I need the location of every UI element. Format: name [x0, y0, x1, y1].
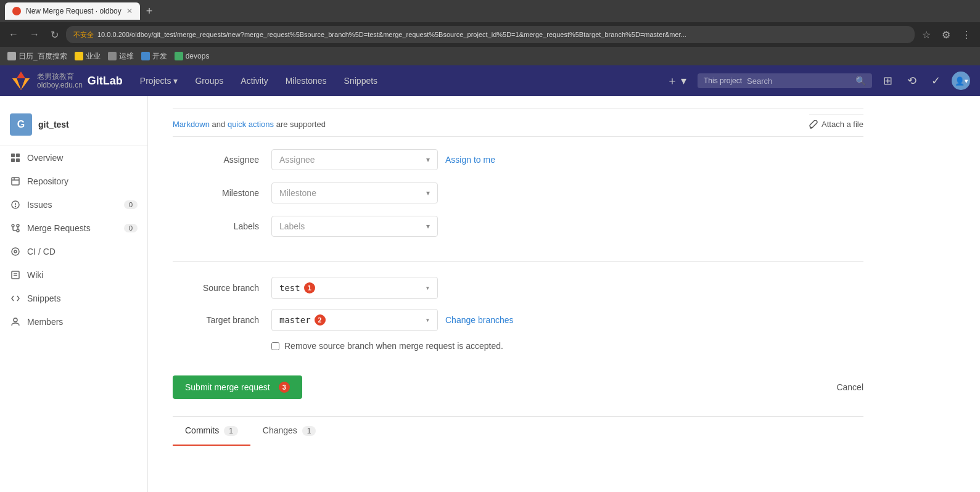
menu-button[interactable]: ⋮: [958, 27, 975, 43]
commits-tab-label: Commits: [185, 425, 219, 435]
tab-commits[interactable]: Commits 1: [173, 417, 250, 446]
bookmark-item[interactable]: 开发: [141, 51, 167, 62]
display-toggle-button[interactable]: ⊞: [879, 70, 896, 91]
sidebar-item-snippets[interactable]: Snippets: [0, 287, 147, 310]
search-input[interactable]: [747, 76, 850, 86]
svg-point-20: [14, 250, 17, 253]
tabs-list: Commits 1 Changes 1: [173, 417, 863, 446]
source-branch-label: Source branch: [173, 283, 271, 293]
sidebar-item-members[interactable]: Members: [0, 310, 147, 334]
merge-requests-nav-button[interactable]: ⟲: [904, 70, 920, 91]
markdown-and-text: and: [212, 120, 228, 129]
submit-badge: 3: [279, 382, 290, 393]
url-box[interactable]: 不安全 10.0.0.200/oldboy/git_test/merge_req…: [66, 26, 915, 43]
submit-button-label: Submit merge request: [185, 382, 270, 392]
app-layout: G git_test Overview Repository Issues 0: [0, 96, 980, 492]
sidebar-item-repository[interactable]: Repository: [0, 170, 147, 193]
bookmark-item[interactable]: 日历_百度搜索: [7, 51, 67, 62]
milestone-control: Milestone ▾: [271, 182, 438, 203]
svg-point-19: [12, 248, 19, 255]
bookmark-item[interactable]: 业业: [75, 51, 101, 62]
change-branches-link[interactable]: Change branches: [445, 315, 514, 325]
tab-favicon: [12, 7, 21, 15]
quick-actions-link[interactable]: quick actions: [228, 120, 274, 129]
sidebar-item-merge-requests[interactable]: Merge Requests 0: [0, 216, 147, 240]
assign-to-me-link[interactable]: Assign to me: [445, 155, 495, 165]
logo-subtext: 老男孩教育oldboy.edu.cn: [37, 72, 83, 90]
forward-button[interactable]: →: [26, 27, 43, 43]
chevron-down-icon: ▾: [426, 189, 430, 197]
chevron-down-icon: ▾: [426, 284, 430, 292]
svg-rect-8: [16, 158, 20, 162]
avatar-dropdown-icon: ▾: [965, 78, 968, 84]
remove-source-branch-checkbox[interactable]: [271, 342, 279, 350]
target-branch-row: Target branch master 2 ▾ Change branches: [173, 309, 863, 331]
markdown-supported-text: are supported: [276, 120, 326, 129]
url-text: 10.0.0.200/oldboy/git_test/merge_request…: [97, 31, 907, 38]
nav-activity[interactable]: Activity: [233, 71, 275, 91]
submit-section: Submit merge request 3 Cancel: [173, 366, 863, 411]
chevron-down-icon: ▾: [426, 222, 430, 231]
svg-point-16: [17, 229, 19, 232]
sidebar-item-issues[interactable]: Issues 0: [0, 193, 147, 216]
reload-button[interactable]: ↻: [47, 27, 62, 43]
sidebar-item-label: Wiki: [27, 270, 43, 280]
new-tab-button[interactable]: +: [142, 5, 157, 18]
tab-changes[interactable]: Changes 1: [250, 417, 329, 446]
active-tab[interactable]: New Merge Request · oldboy ✕: [5, 2, 140, 20]
svg-rect-9: [12, 178, 19, 185]
labels-row: Labels Labels ▾: [173, 216, 863, 237]
sidebar-item-ci-cd[interactable]: CI / CD: [0, 240, 147, 263]
svg-rect-6: [16, 154, 20, 157]
svg-point-17: [17, 224, 19, 227]
nav-groups[interactable]: Groups: [187, 71, 231, 91]
markdown-note: Markdown and quick actions are supported: [173, 115, 326, 134]
search-box[interactable]: This project 🔍: [698, 73, 872, 88]
attach-file-link[interactable]: Attach a file: [809, 120, 863, 129]
form-section: Assignee Assignee ▾ Assign to me Milesto…: [173, 136, 863, 261]
labels-select[interactable]: Labels ▾: [271, 216, 438, 237]
changes-count-badge: 1: [302, 426, 316, 436]
gitlab-logo-icon: [10, 70, 32, 92]
svg-marker-0: [17, 72, 25, 78]
source-branch-select[interactable]: test 1 ▾: [271, 277, 438, 299]
todos-button[interactable]: ✓: [928, 70, 944, 91]
project-avatar: G: [10, 113, 32, 136]
milestone-select[interactable]: Milestone ▾: [271, 182, 438, 203]
nav-snippets[interactable]: Snippets: [337, 71, 385, 91]
new-item-button[interactable]: ＋ ▾: [663, 70, 690, 92]
source-branch-control: test 1 ▾: [271, 277, 438, 299]
merge-requests-icon: [10, 223, 21, 234]
milestone-label: Milestone: [173, 188, 271, 198]
user-avatar[interactable]: 👤 ▾: [952, 72, 970, 90]
bookmark-item[interactable]: 运维: [108, 51, 134, 62]
markdown-link[interactable]: Markdown: [173, 120, 210, 129]
nav-milestones[interactable]: Milestones: [278, 71, 334, 91]
target-branch-label: Target branch: [173, 315, 271, 325]
submit-merge-request-button[interactable]: Submit merge request 3: [173, 375, 302, 399]
bookmark-button[interactable]: ☆: [918, 27, 934, 43]
sidebar: G git_test Overview Repository Issues 0: [0, 96, 148, 492]
snippets-icon: [10, 293, 21, 304]
bookmark-icon: [108, 52, 117, 60]
back-button[interactable]: ←: [5, 27, 22, 43]
submit-left: Submit merge request 3: [173, 375, 302, 399]
sidebar-item-label: CI / CD: [27, 247, 56, 256]
svg-point-15: [12, 224, 14, 227]
bookmark-item[interactable]: devops: [175, 52, 210, 60]
svg-rect-21: [12, 271, 19, 279]
target-branch-badge: 2: [315, 314, 326, 326]
tab-close-button[interactable]: ✕: [126, 7, 133, 15]
assignee-select[interactable]: Assignee ▾: [271, 149, 438, 170]
ci-cd-icon: [10, 246, 21, 257]
cancel-link[interactable]: Cancel: [836, 382, 863, 392]
gitlab-logo[interactable]: 老男孩教育oldboy.edu.cn GitLab: [10, 70, 123, 92]
sidebar-item-overview[interactable]: Overview: [0, 146, 147, 170]
project-name: git_test: [38, 120, 69, 129]
sidebar-item-wiki[interactable]: Wiki: [0, 263, 147, 287]
main-content: Markdown and quick actions are supported…: [148, 96, 980, 492]
target-branch-select[interactable]: master 2 ▾: [271, 309, 438, 331]
nav-projects[interactable]: Projects ▾: [133, 71, 186, 91]
extensions-button[interactable]: ⚙: [938, 27, 954, 43]
labels-label: Labels: [173, 221, 271, 231]
